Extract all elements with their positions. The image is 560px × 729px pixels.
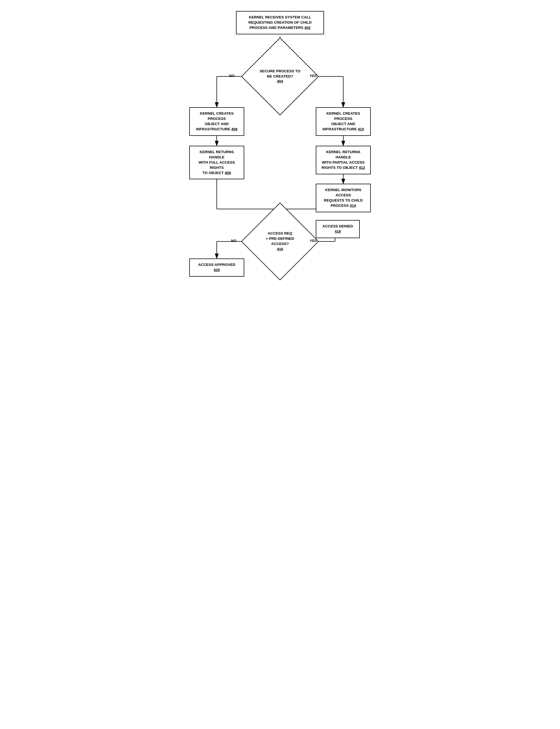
diamond-416-yes-label: YES	[310, 239, 317, 243]
box-410-ref: 410	[358, 127, 364, 131]
diamond-404-no-label: NO	[229, 74, 235, 78]
box-408-ref: 408	[225, 171, 231, 175]
box-418: ACCESS DENIED418	[316, 220, 360, 238]
diamond-404	[241, 38, 319, 116]
box-412: KERNEL RETURNS HANDLEWITH PARTIAL ACCESS…	[316, 146, 371, 174]
box-402-ref: 402	[304, 26, 311, 30]
box-418-ref: 418	[335, 229, 341, 234]
box-406-ref: 406	[231, 127, 238, 131]
box-414: KERNEL MONITORS ACCESSREQUESTS TO CHILDP…	[316, 184, 371, 212]
box-402: KERNEL RECEIVES SYSTEM CALLREQUESTING CR…	[236, 11, 324, 34]
diamond-404-wrapper: SECURE PROCESS TOBE CREATED?404	[252, 49, 308, 104]
diamond-416-no-label: NO	[231, 239, 237, 243]
diamond-404-yes-label: YES	[310, 74, 317, 78]
box-410: KERNEL CREATES PROCESSOBJECT ANDINFRASTR…	[316, 107, 371, 136]
box-420-ref: 420	[214, 268, 220, 272]
box-412-ref: 412	[359, 166, 365, 170]
box-408: KERNEL RETURNS HANDLEWITH FULL ACCESS RI…	[189, 146, 244, 179]
box-414-ref: 414	[350, 204, 356, 208]
box-406: KERNEL CREATES PROCESSOBJECT ANDINFRASTR…	[189, 107, 244, 136]
diamond-416	[241, 203, 319, 281]
flowchart-diagram: KERNEL RECEIVES SYSTEM CALLREQUESTING CR…	[175, 6, 385, 281]
diamond-416-wrapper: ACCESS REQ> PRE-DEFINEDACCESS?416	[252, 214, 308, 269]
box-420: ACCESS APPROVED420	[189, 259, 244, 277]
box-402-label: KERNEL RECEIVES SYSTEM CALLREQUESTING CR…	[248, 15, 312, 30]
